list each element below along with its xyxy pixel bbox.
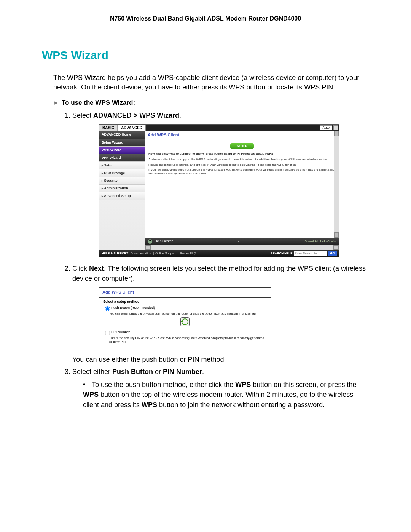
info-line-3: Please check the user manual and gift bo… <box>145 162 339 168</box>
scroll-right-icon[interactable] <box>333 245 339 250</box>
wps-soft-button[interactable] <box>180 317 190 326</box>
scroll-left-icon[interactable] <box>145 245 151 250</box>
horizontal-scrollbar[interactable] <box>145 245 339 250</box>
ui-main-panel: Add WPS Client Next ▸ New and easy way t… <box>145 131 339 249</box>
step1-text: Select <box>72 112 93 119</box>
link-documentation[interactable]: Documentation <box>131 252 153 255</box>
next-button[interactable]: Next ▸ <box>230 143 254 149</box>
sidebar-item-usb-storage[interactable]: USB Storage <box>99 169 145 177</box>
step2-note: You can use either the push button or PI… <box>72 355 369 364</box>
panel-title: Add WPS Client <box>145 131 339 139</box>
sidebar-item-wps-wizard[interactable]: WPS Wizard <box>99 147 145 154</box>
sidebar-item-security[interactable]: Security <box>99 177 145 185</box>
search-help-label: SEARCH HELP <box>271 251 292 256</box>
b1a: To use the push button method, either cl… <box>92 381 235 388</box>
b1b: WPS <box>235 381 251 388</box>
step1-suffix: . <box>179 112 181 119</box>
topbar-spacer <box>146 125 320 131</box>
sidebar-item-setup-wizard[interactable]: Setup Wizard <box>99 139 145 147</box>
sidebar-item-vpn-wizard[interactable]: VPN Wizard <box>99 154 145 162</box>
go-button[interactable]: GO <box>328 251 337 256</box>
option-pin-label: PIN Number <box>111 330 130 334</box>
step1-path: ADVANCED > WPS Wizard <box>93 112 179 119</box>
info-line-1: New and easy way to connect to the wirel… <box>145 151 339 157</box>
link-online-support[interactable]: Online Support <box>153 252 177 255</box>
doc-header: N750 Wireless Dual Band Gigabit ADSL Mod… <box>42 15 369 22</box>
ui-footer-bar: HELP & SUPPORT Documentation Online Supp… <box>99 250 339 257</box>
step-2: Click Next. The following screen lets yo… <box>72 264 369 364</box>
intro-paragraph: The WPS Wizard helps you add a WPS-capab… <box>53 73 369 92</box>
panel2-title: Add WPS Client <box>99 288 271 297</box>
radio-pin-number[interactable] <box>105 331 110 335</box>
step2-c: . The following screen lets you select t… <box>72 265 366 282</box>
ui-topbar: BASIC ADVANCED Auto <box>99 125 339 131</box>
push-button-description: You can either press the physical push b… <box>109 312 267 316</box>
option-push-button-label: Push Button (recommended) <box>111 306 155 310</box>
option-pin-number[interactable]: PIN Number <box>103 329 267 335</box>
tab-advanced[interactable]: ADVANCED <box>118 125 146 131</box>
dropdown-arrow-icon[interactable] <box>333 125 338 130</box>
step2-a: Click <box>72 265 89 272</box>
b1g: button to join the network without enter… <box>157 401 325 409</box>
bullet-push-button: To use the push button method, either cl… <box>83 380 369 409</box>
b1d: WPS <box>83 391 99 398</box>
sidebar-item-advanced-setup[interactable]: Advanced Setup <box>99 192 145 200</box>
step-3: Select either Push Button or PIN Number.… <box>72 367 369 409</box>
vertical-scrollbar[interactable] <box>334 131 339 238</box>
step3-c: or <box>153 368 163 375</box>
info-line-2: A wireless client has to support the WPS… <box>145 157 339 162</box>
help-center-bar: ? Help Center ▴ Show/Hide Help Center <box>145 238 339 244</box>
pin-description: This is the security PIN of the WPS clie… <box>109 336 267 343</box>
info-line-4: If your wireless client does not support… <box>145 167 339 176</box>
ui-sidebar: ADVANCED Home Setup Wizard WPS Wizard VP… <box>99 131 145 249</box>
router-ui-screenshot-2: Add WPS Client Select a setup method: Pu… <box>99 287 271 348</box>
sidebar-item-setup[interactable]: Setup <box>99 162 145 169</box>
help-collapse-icon[interactable]: ▴ <box>173 239 304 244</box>
router-ui-screenshot-1: BASIC ADVANCED Auto ADVANCED Home Setup … <box>99 124 339 257</box>
step3-d: PIN Number <box>163 368 202 375</box>
sidebar-item-advanced-home[interactable]: ADVANCED Home <box>99 131 145 139</box>
b1c: button on this screen, or press the <box>251 381 356 388</box>
procedure-heading: To use the WPS Wizard: <box>53 99 369 107</box>
step-1: Select ADVANCED > WPS Wizard. BASIC ADVA… <box>72 110 369 257</box>
help-center-label: Help Center <box>155 239 173 244</box>
help-toggle-link[interactable]: Show/Hide Help Center <box>304 239 336 244</box>
section-title: WPS Wizard <box>42 49 369 62</box>
footer-links: Documentation Online Support Router FAQ <box>131 251 198 256</box>
b1f: WPS <box>142 401 157 409</box>
step2-b: Next <box>89 265 104 272</box>
wps-icon <box>182 318 188 325</box>
step3-b: Push Button <box>112 368 153 375</box>
help-icon[interactable]: ? <box>148 239 152 244</box>
scroll-up-icon[interactable] <box>334 131 339 136</box>
radio-push-button[interactable] <box>105 306 110 311</box>
step3-a: Select either <box>72 368 112 375</box>
search-input[interactable] <box>294 251 327 256</box>
option-push-button[interactable]: Push Button (recommended) <box>103 305 267 311</box>
method-heading: Select a setup method: <box>103 299 267 304</box>
steps-list: Select ADVANCED > WPS Wizard. BASIC ADVA… <box>61 110 369 409</box>
sidebar-item-administration[interactable]: Administration <box>99 185 145 192</box>
step3-e: . <box>202 368 204 375</box>
link-router-faq[interactable]: Router FAQ <box>178 252 198 255</box>
help-support-label: HELP & SUPPORT <box>102 251 128 256</box>
scroll-down-icon[interactable] <box>334 232 339 238</box>
tab-basic[interactable]: BASIC <box>99 125 118 131</box>
step3-bullets: To use the push button method, either cl… <box>72 380 369 409</box>
auto-dropdown[interactable]: Auto <box>320 125 332 130</box>
